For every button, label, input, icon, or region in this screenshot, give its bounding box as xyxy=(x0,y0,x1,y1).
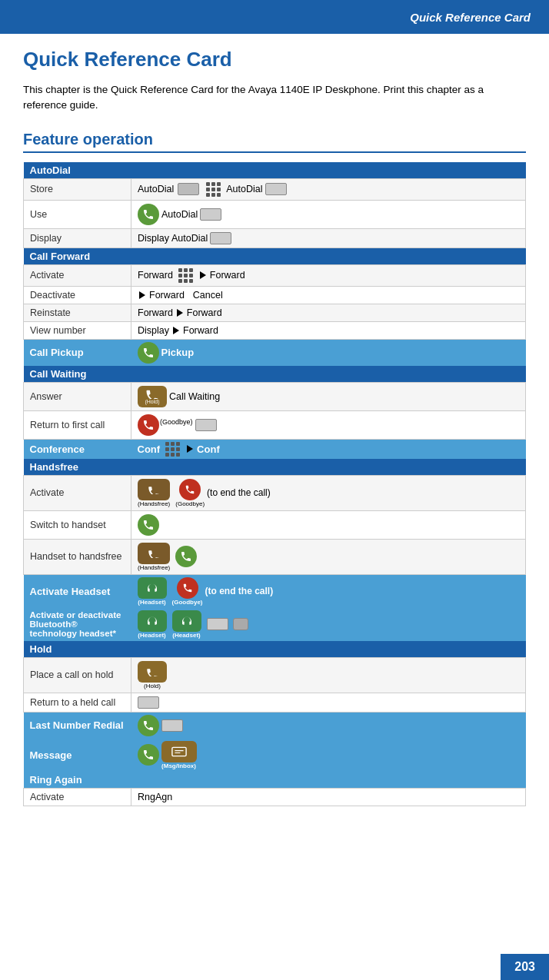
phone-green-icon xyxy=(138,744,159,766)
rect-icon xyxy=(195,419,217,431)
category-handsfree: Handsfree xyxy=(24,459,526,476)
table-row: Store AutoDial AutoDial xyxy=(24,178,526,200)
rect-icon xyxy=(265,183,287,195)
category-callwaiting: Call Waiting xyxy=(24,366,526,383)
rect-icon xyxy=(138,696,159,709)
table-row: Reinstate Forward Forward xyxy=(24,304,526,321)
table-row: Return to a held call xyxy=(24,693,526,712)
category-redial: Last Number Redial xyxy=(24,712,526,739)
handsfree-icon xyxy=(138,479,170,500)
phone-green-icon xyxy=(138,204,159,225)
grid-icon xyxy=(178,268,193,283)
table-row: Deactivate Forward Cancel xyxy=(24,286,526,304)
grid-icon xyxy=(206,182,221,197)
table-row: Answer (Hold) Call Waiting xyxy=(24,382,526,410)
phone-green-icon xyxy=(175,546,197,567)
headset-icon xyxy=(138,610,167,632)
phone-green-icon xyxy=(138,715,159,736)
rect2-icon xyxy=(233,618,248,630)
arrow-right-icon xyxy=(173,327,179,334)
phone-green-icon xyxy=(138,514,159,536)
handsfree-icon xyxy=(138,543,170,564)
headset-icon xyxy=(172,610,201,632)
rect-icon xyxy=(161,719,183,732)
table-row: Switch to handset xyxy=(24,510,526,539)
category-hold: Hold xyxy=(24,641,526,658)
table-row: Activate RngAgn xyxy=(24,788,526,806)
arrow-right-icon xyxy=(139,291,145,299)
goodbye-icon xyxy=(179,479,201,500)
grid-icon xyxy=(165,442,180,457)
svg-rect-0 xyxy=(171,747,185,756)
rect-icon xyxy=(207,618,228,630)
table-row: Activate (Handsfree) (Goodbye) xyxy=(24,475,526,510)
rect-icon xyxy=(210,232,231,244)
table-row: Display Display AutoDial xyxy=(24,228,526,247)
table-row: Handset to handsfree (Handsfree) xyxy=(24,539,526,574)
category-headset: Activate Headset (Headset) (Goodbye) xyxy=(24,574,526,608)
header-title: Quick Reference Card xyxy=(410,11,531,24)
category-callforward: Call Forward xyxy=(24,247,526,264)
category-ringagain: Ring Again xyxy=(24,772,526,789)
table-row: Use AutoDial xyxy=(24,200,526,228)
table-row: Activate Forward Forward xyxy=(24,264,526,286)
hold-icon xyxy=(138,661,167,683)
category-autodial: AutoDial xyxy=(24,162,526,179)
intro-text: This chapter is the Quick Reference Card… xyxy=(23,82,526,114)
hold-icon: (Hold) xyxy=(138,386,167,407)
goodbye-icon xyxy=(177,577,198,599)
page-main-title: Quick Reference Card xyxy=(23,48,526,71)
category-message: Message (Msg/Inbox) xyxy=(24,739,526,772)
feature-table: AutoDial Store AutoDial AutoDial xyxy=(23,162,526,806)
header-bar: Quick Reference Card xyxy=(0,0,549,34)
rect-icon xyxy=(200,208,221,221)
headset-icon xyxy=(138,577,167,599)
category-callpickup: Call Pickup Pickup xyxy=(24,339,526,366)
arrow-right-icon xyxy=(187,445,193,453)
page-number: 203 xyxy=(501,954,549,980)
table-row: Return to first call (Goodbye) xyxy=(24,410,526,439)
section-title: Feature operation xyxy=(23,131,526,153)
category-conference: Conference Conf Conf xyxy=(24,439,526,459)
msg-icon xyxy=(161,741,197,762)
table-row: View number Display Forward xyxy=(24,321,526,339)
phone-green-icon xyxy=(138,342,159,364)
category-bluetooth: Activate or deactivateBluetooth® technol… xyxy=(24,608,526,641)
arrow-right-icon xyxy=(200,271,206,279)
arrow-right-icon xyxy=(177,309,183,317)
table-row: Place a call on hold (Hold) xyxy=(24,657,526,693)
page-content: Quick Reference Card This chapter is the… xyxy=(0,34,549,837)
goodbye-icon xyxy=(138,414,159,436)
autodial-btn-icon xyxy=(178,183,199,195)
